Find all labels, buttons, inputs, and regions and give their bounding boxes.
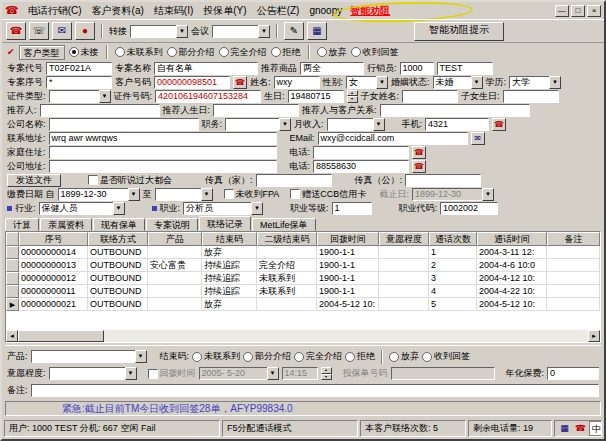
home-addr-input[interactable] [49, 146, 277, 159]
customer-no-input[interactable]: 000000098501 [154, 76, 230, 89]
product-select[interactable]: ▼ [31, 350, 147, 363]
scroll-left-icon[interactable]: ◄ [6, 330, 18, 342]
table-row[interactable]: 00000000011OUTBOUND持续追踪未联系到1900-1-142004… [6, 285, 600, 298]
send-email-button[interactable]: ✉ [471, 132, 485, 145]
income-dropdown-icon[interactable]: ▼ [373, 118, 385, 131]
id-type-dropdown-icon[interactable]: ▼ [99, 90, 111, 103]
customer-type-option-6[interactable]: 放弃 [317, 46, 347, 59]
dial-company-button[interactable]: ☎ [412, 160, 426, 173]
dial-mobile-button[interactable]: ☎ [492, 118, 506, 131]
income-select[interactable]: ▼ [327, 118, 385, 131]
gender-dropdown-icon[interactable]: ▼ [376, 76, 388, 89]
minimize-button[interactable]: — [555, 5, 569, 17]
dial-customer-button[interactable]: ☎ [233, 76, 247, 89]
industry-select[interactable]: 保健人员▼ [39, 202, 125, 215]
product-dropdown-icon[interactable]: ▼ [135, 350, 147, 363]
fax-office-input[interactable] [405, 174, 481, 187]
callback-checkbox[interactable]: 回拨时间 [148, 367, 196, 380]
intent-dropdown-icon[interactable]: ▼ [125, 367, 137, 380]
birthday-spinner[interactable]: ▴▾ [347, 90, 358, 103]
transfer-select[interactable]: ▼ [130, 25, 188, 38]
education-dropdown-icon[interactable]: ▼ [549, 76, 561, 89]
hangup-button[interactable]: ☏ [29, 22, 49, 40]
occupation-dropdown-icon[interactable]: ▼ [251, 202, 263, 215]
marital-select[interactable]: 未婚▼ [433, 76, 483, 89]
mobile-input[interactable]: 4321 [425, 118, 489, 131]
tab-contact-records[interactable]: 联络记录 [199, 216, 251, 231]
transfer-dropdown-icon[interactable]: ▼ [176, 25, 188, 38]
policy-no-input[interactable] [391, 367, 495, 380]
project-name-input[interactable]: 自有名单 [154, 62, 258, 75]
horizontal-scrollbar[interactable]: ◄ ► [6, 330, 600, 342]
position-select[interactable]: ▼ [225, 118, 291, 131]
fax-home-input[interactable] [256, 174, 332, 187]
pay-date-to-select[interactable]: ▼ [155, 188, 213, 201]
referrer-birth-input[interactable] [213, 104, 299, 117]
fpa-checkbox[interactable]: 未收到FPA [224, 188, 280, 201]
email-input[interactable]: wxy@ccidcall.com [318, 132, 468, 145]
menu-item-gnoopy[interactable]: gnoopy [304, 3, 347, 18]
tab-calc[interactable]: 计算 [5, 218, 39, 231]
tab-existing-policies[interactable]: 现有保单 [93, 218, 145, 231]
menu-item-bulletin[interactable]: 公告栏(Z) [252, 2, 305, 20]
send-file-button[interactable]: 发送文件 [7, 174, 61, 187]
pay-to-dropdown-icon[interactable]: ▼ [201, 188, 213, 201]
customer-type-option-7[interactable]: 收到回签 [351, 46, 399, 59]
birthday-input[interactable]: 19480715 [288, 90, 344, 103]
dial-home-button[interactable]: ☎ [412, 146, 426, 159]
deadline-dropdown-icon[interactable]: ▼ [482, 188, 494, 201]
tab-metlife-policy[interactable]: MetLife保单 [252, 218, 316, 231]
spin-down-icon[interactable]: ▾ [347, 96, 358, 103]
menu-item-policy[interactable]: 投保单(Y) [198, 2, 251, 20]
tab-project-desc[interactable]: 专案说明 [146, 218, 198, 231]
table-row[interactable]: 00000000014OUTBOUND放弃1900-1-112004-3-11 … [6, 246, 600, 259]
customer-type-option-2[interactable]: 未联系到 [115, 46, 163, 59]
marital-dropdown-icon[interactable]: ▼ [471, 76, 483, 89]
dial-button[interactable]: ☎ [6, 22, 26, 40]
occupation-select[interactable]: 分析员▼ [183, 202, 263, 215]
id-type-select[interactable]: ▼ [49, 90, 111, 103]
pay-from-dropdown-icon[interactable]: ▼ [128, 188, 140, 201]
scroll-right-icon[interactable]: ► [588, 330, 600, 342]
callback-date-dropdown-icon[interactable]: ▼ [267, 367, 279, 380]
list-button[interactable]: ▦ [307, 22, 327, 40]
recommend-product-input[interactable]: 两全 [300, 62, 364, 75]
meeting-select[interactable]: ▼ [212, 25, 270, 38]
tray-phone-icon[interactable]: ☎ [573, 421, 588, 436]
company-addr-input[interactable] [49, 160, 277, 173]
industry-dropdown-icon[interactable]: ▼ [113, 202, 125, 215]
customer-type-option-4[interactable]: 完全介绍 [219, 46, 267, 59]
name-input[interactable]: wxy [274, 76, 320, 89]
ccb-checkbox[interactable]: 赠送CCB信用卡 [290, 188, 366, 201]
menu-item-customer-data[interactable]: 客户资料(a) [87, 2, 149, 20]
project-seq-input[interactable]: * [46, 76, 112, 89]
premium-input[interactable]: 0 [547, 367, 599, 380]
intent-select[interactable]: ▼ [49, 367, 137, 380]
menu-item-end-code[interactable]: 结束码(I) [149, 2, 198, 20]
endcode-option-6[interactable]: 收到回签 [422, 350, 470, 363]
record-button[interactable]: ● [75, 22, 95, 40]
occ-level-input[interactable]: 1 [332, 202, 372, 215]
remark-input[interactable] [31, 384, 599, 397]
edit-button[interactable]: ✎ [284, 22, 304, 40]
restore-button[interactable]: □ [571, 5, 585, 17]
metro-checkbox[interactable]: 是否听说过大都会 [88, 174, 172, 187]
gender-select[interactable]: 女▼ [346, 76, 388, 89]
pay-date-from-select[interactable]: 1899-12-30▼ [58, 188, 140, 201]
table-row-selected[interactable]: ▶ 00000000021OUTBOUND放弃2004-5-12 10:5200… [6, 298, 600, 311]
referrer-relation-input[interactable] [380, 104, 530, 117]
scrollbar-thumb[interactable] [18, 330, 104, 342]
tab-relatives[interactable]: 亲属资料 [40, 218, 92, 231]
table-row[interactable]: 00000000012OUTBOUND持续追踪未联系到1900-1-132004… [6, 272, 600, 285]
endcode-option-5[interactable]: 放弃 [389, 350, 419, 363]
meeting-dropdown-icon[interactable]: ▼ [258, 25, 270, 38]
occ-code-input[interactable]: 1002002 [440, 202, 498, 215]
project-code-input[interactable]: T02F021A [46, 62, 112, 75]
tray-grid-icon[interactable]: ▦ [557, 421, 572, 436]
spin-down-icon[interactable]: ▾ [321, 374, 332, 381]
child-name-input[interactable] [402, 90, 458, 103]
callback-time-input[interactable]: 14:15 [282, 367, 318, 380]
child-birth-input[interactable] [503, 90, 559, 103]
menu-item-phone-marketing[interactable]: 电话行销(C) [23, 2, 87, 20]
education-select[interactable]: 大学▼ [509, 76, 561, 89]
